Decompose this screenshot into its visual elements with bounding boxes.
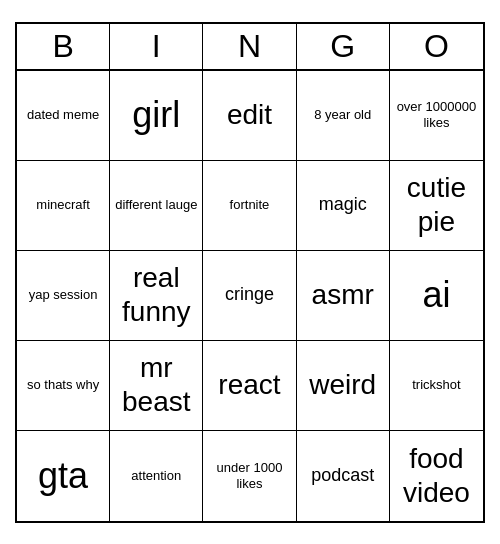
bingo-cell-text: dated meme — [27, 107, 99, 123]
bingo-cell-3-3: weird — [297, 341, 390, 431]
bingo-cell-2-1: real funny — [110, 251, 203, 341]
bingo-cell-text: so thats why — [27, 377, 99, 393]
bingo-header-letter-b: B — [17, 24, 110, 69]
bingo-header-letter-i: I — [110, 24, 203, 69]
bingo-header-letter-n: N — [203, 24, 296, 69]
bingo-cell-text: react — [218, 368, 280, 402]
bingo-cell-text: ai — [422, 273, 450, 316]
bingo-cell-text: over 1000000 likes — [394, 99, 479, 130]
bingo-cell-text: cutie pie — [394, 171, 479, 238]
bingo-card: BINGO dated memegirledit8 year oldover 1… — [15, 22, 485, 523]
bingo-cell-text: mr beast — [114, 351, 198, 418]
bingo-cell-2-2: cringe — [203, 251, 296, 341]
bingo-cell-0-4: over 1000000 likes — [390, 71, 483, 161]
bingo-cell-text: fortnite — [230, 197, 270, 213]
bingo-header: BINGO — [17, 24, 483, 71]
bingo-cell-0-3: 8 year old — [297, 71, 390, 161]
bingo-cell-text: asmr — [312, 278, 374, 312]
bingo-cell-3-1: mr beast — [110, 341, 203, 431]
bingo-cell-4-2: under 1000 likes — [203, 431, 296, 521]
bingo-cell-2-0: yap session — [17, 251, 110, 341]
bingo-cell-1-1: different lauge — [110, 161, 203, 251]
bingo-cell-text: real funny — [114, 261, 198, 328]
bingo-cell-3-4: trickshot — [390, 341, 483, 431]
bingo-cell-1-4: cutie pie — [390, 161, 483, 251]
bingo-cell-1-3: magic — [297, 161, 390, 251]
bingo-cell-text: podcast — [311, 465, 374, 487]
bingo-cell-0-1: girl — [110, 71, 203, 161]
bingo-cell-text: magic — [319, 194, 367, 216]
bingo-cell-text: edit — [227, 98, 272, 132]
bingo-cell-4-0: gta — [17, 431, 110, 521]
bingo-cell-2-4: ai — [390, 251, 483, 341]
bingo-cell-text: 8 year old — [314, 107, 371, 123]
bingo-cell-1-2: fortnite — [203, 161, 296, 251]
bingo-grid: dated memegirledit8 year oldover 1000000… — [17, 71, 483, 521]
bingo-cell-text: yap session — [29, 287, 98, 303]
bingo-cell-text: weird — [309, 368, 376, 402]
bingo-header-letter-g: G — [297, 24, 390, 69]
bingo-cell-text: different lauge — [115, 197, 197, 213]
bingo-cell-0-0: dated meme — [17, 71, 110, 161]
bingo-cell-text: girl — [132, 93, 180, 136]
bingo-cell-text: under 1000 likes — [207, 460, 291, 491]
bingo-cell-3-2: react — [203, 341, 296, 431]
bingo-cell-text: gta — [38, 454, 88, 497]
bingo-cell-2-3: asmr — [297, 251, 390, 341]
bingo-cell-text: food video — [394, 442, 479, 509]
bingo-cell-text: trickshot — [412, 377, 460, 393]
bingo-header-letter-o: O — [390, 24, 483, 69]
bingo-cell-1-0: minecraft — [17, 161, 110, 251]
bingo-cell-4-4: food video — [390, 431, 483, 521]
bingo-cell-4-3: podcast — [297, 431, 390, 521]
bingo-cell-3-0: so thats why — [17, 341, 110, 431]
bingo-cell-4-1: attention — [110, 431, 203, 521]
bingo-cell-text: cringe — [225, 284, 274, 306]
bingo-cell-text: attention — [131, 468, 181, 484]
bingo-cell-text: minecraft — [36, 197, 89, 213]
bingo-cell-0-2: edit — [203, 71, 296, 161]
